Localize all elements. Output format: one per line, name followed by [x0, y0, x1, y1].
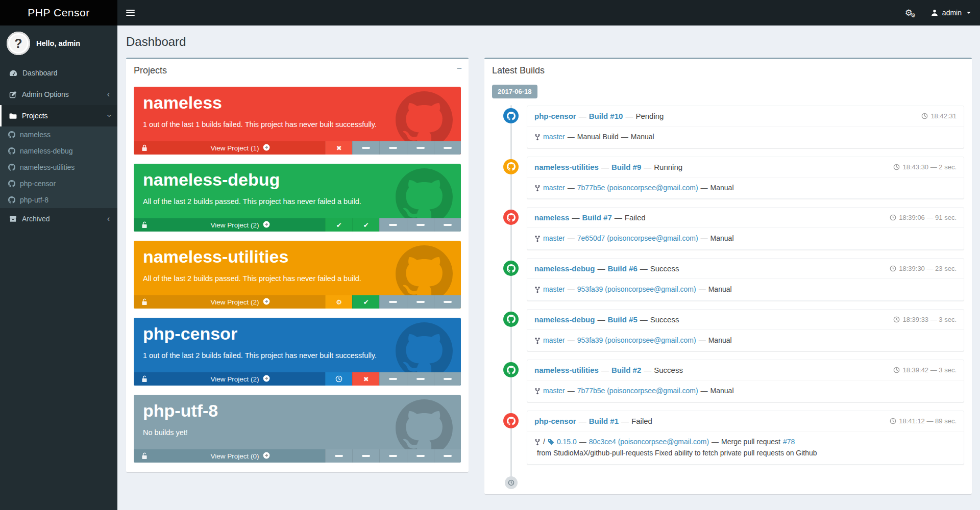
build-status-cell-empty[interactable]	[352, 141, 379, 155]
unlock-icon	[134, 449, 155, 463]
build-status-cell-empty[interactable]	[434, 295, 461, 309]
branch-link[interactable]: master	[543, 233, 565, 244]
build-status-cell-empty[interactable]	[407, 295, 434, 309]
sidebar-item-php-utf-8[interactable]: php-utf-8	[0, 192, 117, 208]
project-card-php-censor: php-censor 1 out of the last 2 builds fa…	[134, 318, 461, 386]
build-status-cell-empty[interactable]	[434, 449, 461, 463]
build-status-cell-empty[interactable]	[407, 449, 434, 463]
build-status-cell-running[interactable]: ⚙	[325, 295, 352, 309]
build-project-link[interactable]: php-censor	[534, 417, 576, 425]
build-status-cell-empty[interactable]	[352, 449, 379, 463]
latest-builds-panel: Latest Builds 2017-06-18 php-censor — Bu…	[484, 58, 972, 494]
commit-link[interactable]: 80c3ce4 (poisoncorpsee@gmail.com)	[589, 437, 709, 448]
sidebar-item-admin-options[interactable]: Admin Options ‹	[0, 84, 117, 105]
build-project-link[interactable]: php-censor	[534, 112, 576, 120]
view-project-link[interactable]: View Project (2)	[155, 218, 325, 232]
branch-link[interactable]: master	[543, 183, 565, 194]
build-status-cell-empty[interactable]	[325, 449, 352, 463]
sidebar-item-nameless[interactable]: nameless	[0, 126, 117, 143]
commit-link[interactable]: 7b77b5e (poisoncorpsee@gmail.com)	[577, 183, 698, 194]
build-status-cell-empty[interactable]	[379, 372, 406, 386]
dashboard-icon	[9, 70, 17, 76]
build-number-link[interactable]: Build #6	[607, 264, 637, 273]
build-source: Manual	[631, 132, 654, 143]
sidebar-item-dashboard[interactable]: Dashboard	[0, 62, 117, 84]
branch-icon	[534, 286, 541, 293]
build-project-link[interactable]: nameless-debug	[534, 315, 595, 324]
sidebar-item-nameless-utilities[interactable]: nameless-utilities	[0, 159, 117, 175]
build-status-cell-empty[interactable]	[434, 372, 461, 386]
view-project-link[interactable]: View Project (2)	[155, 372, 325, 386]
build-status-cell-success[interactable]: ✔	[352, 295, 379, 309]
edit-icon	[9, 91, 17, 98]
user-icon	[931, 9, 938, 16]
view-project-link[interactable]: View Project (0)	[155, 449, 325, 463]
build-status: Running	[654, 163, 682, 171]
build-row: php-censor — Build #1 — Failed 18:41:12 …	[527, 411, 964, 464]
project-card-title: nameless-debug	[134, 164, 461, 190]
build-row: nameless-utilities — Build #2 — Success …	[527, 360, 964, 402]
view-project-link[interactable]: View Project (2)	[155, 295, 325, 309]
branch-icon	[534, 134, 541, 141]
build-time: 18:39:30 — 23 sec.	[890, 265, 957, 272]
build-status: Failed	[625, 213, 646, 222]
branch-icon	[534, 337, 541, 344]
collapse-panel-button[interactable]: −	[457, 64, 462, 74]
build-status-cell-empty[interactable]	[379, 295, 406, 309]
commit-link[interactable]: 953fa39 (poisoncorpsee@gmail.com)	[577, 335, 696, 346]
sidebar-item-php-censor[interactable]: php-censor	[0, 175, 117, 192]
latest-builds-title: Latest Builds	[492, 65, 545, 75]
build-number-link[interactable]: Build #7	[582, 213, 611, 222]
build-status-cell-empty[interactable]	[379, 141, 406, 155]
branch-link[interactable]: master	[543, 386, 565, 397]
build-status-cell-empty[interactable]	[407, 372, 434, 386]
settings-gears-icon[interactable]: ⚙⚙	[897, 0, 924, 26]
build-number-link[interactable]: Build #2	[611, 366, 641, 374]
sidebar-toggle-button[interactable]	[117, 0, 143, 26]
build-status-cell-pending[interactable]	[325, 372, 352, 386]
build-status-cell-success[interactable]: ✔	[325, 218, 352, 232]
user-menu[interactable]: admin	[924, 0, 980, 26]
build-number-link[interactable]: Build #1	[589, 417, 619, 425]
sidebar-item-archived[interactable]: Archived ‹	[0, 208, 117, 230]
build-status-cell-failed[interactable]: ✖	[352, 372, 379, 386]
build-number-link[interactable]: Build #5	[607, 315, 637, 324]
build-project-link[interactable]: nameless	[534, 213, 569, 222]
build-status-cell-empty[interactable]	[434, 141, 461, 155]
projects-submenu: nameless nameless-debug nameless-utiliti…	[0, 126, 117, 208]
unlock-icon	[134, 218, 155, 232]
build-status-cell-empty[interactable]	[407, 141, 434, 155]
build-source: Manual	[710, 233, 734, 244]
build-status-cell-empty[interactable]	[407, 218, 434, 232]
commit-link[interactable]: 953fa39 (poisoncorpsee@gmail.com)	[577, 284, 696, 295]
project-card-summary: All of the last 2 builds passed. This pr…	[134, 267, 461, 283]
build-status-cell-empty[interactable]	[379, 218, 406, 232]
build-status: Success	[650, 315, 679, 324]
build-number-link[interactable]: Build #9	[611, 163, 641, 171]
commit-link[interactable]: 7b77b5e (poisoncorpsee@gmail.com)	[577, 386, 698, 397]
build-status-cell-empty[interactable]	[434, 218, 461, 232]
build-status-cell-success[interactable]: ✔	[352, 218, 379, 232]
github-status-icon	[503, 362, 519, 377]
build-source: Manual	[710, 386, 734, 397]
build-number-link[interactable]: Build #10	[589, 112, 623, 120]
pull-request-link[interactable]: #78	[783, 437, 795, 448]
github-status-icon	[503, 312, 519, 327]
sidebar-item-nameless-debug[interactable]: nameless-debug	[0, 143, 117, 159]
build-project-link[interactable]: nameless-debug	[534, 264, 595, 273]
build-source: Manual	[710, 183, 734, 194]
build-project-link[interactable]: nameless-utilities	[534, 163, 599, 171]
view-project-link[interactable]: View Project (1)	[155, 141, 325, 155]
build-status-cell-empty[interactable]	[379, 449, 406, 463]
build-row: nameless — Build #7 — Failed 18:39:06 — …	[527, 207, 964, 250]
build-project-link[interactable]: nameless-utilities	[534, 366, 599, 374]
project-card-nameless: nameless 1 out of the last 1 builds fail…	[134, 87, 461, 155]
app-logo[interactable]: PHP Censor	[0, 0, 117, 26]
tag-link[interactable]: 0.15.0	[557, 437, 577, 448]
build-status-cell-failed[interactable]: ✖	[325, 141, 352, 155]
sidebar-item-projects[interactable]: Projects ‹	[0, 105, 117, 126]
commit-link[interactable]: 7e650d7 (poisoncorpsee@gmail.com)	[577, 233, 698, 244]
branch-link[interactable]: master	[543, 284, 565, 295]
branch-link[interactable]: master	[543, 335, 565, 346]
branch-link[interactable]: master	[543, 132, 565, 143]
